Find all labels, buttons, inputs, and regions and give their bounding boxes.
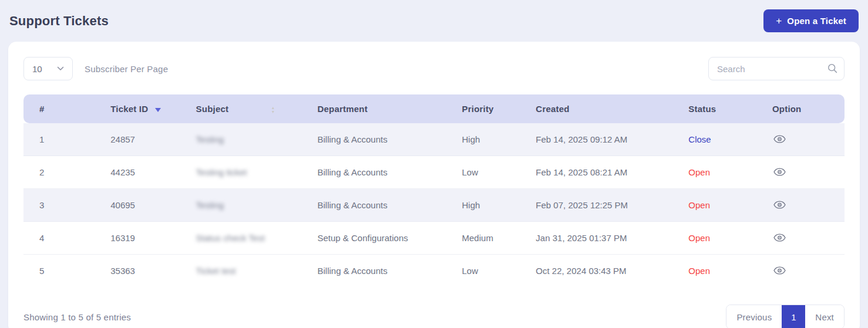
column-label: Priority xyxy=(462,104,494,114)
status-link[interactable]: Close xyxy=(688,134,711,144)
cell-priority: High xyxy=(454,189,528,222)
eye-icon xyxy=(773,266,786,275)
column-header[interactable]: Ticket ID xyxy=(102,94,187,123)
column-header[interactable]: Status xyxy=(680,94,764,123)
open-ticket-button-label: Open a Ticket xyxy=(787,16,846,26)
eye-icon xyxy=(773,168,786,176)
cell-priority: Low xyxy=(454,156,528,189)
table-controls: 10 Subscriber Per Page xyxy=(23,57,845,80)
tickets-card: 10 Subscriber Per Page #Ticket IDSubject… xyxy=(8,42,860,328)
table-row[interactable]: 5 35363 Ticket test Billing & Accounts L… xyxy=(23,255,845,287)
column-header[interactable]: Subject▲▼ xyxy=(188,94,309,123)
table-footer: Showing 1 to 5 of 5 entries Previous 1 N… xyxy=(23,305,845,328)
tickets-table: #Ticket IDSubject▲▼DepartmentPriorityCre… xyxy=(23,94,845,287)
cell-subject: Testing xyxy=(188,189,309,222)
table-row[interactable]: 1 24857 Testing Billing & Accounts High … xyxy=(23,123,845,156)
status-link[interactable]: Open xyxy=(688,167,710,177)
sort-icon-slot xyxy=(148,104,161,114)
column-label: Department xyxy=(317,104,367,114)
search-input[interactable] xyxy=(708,57,845,80)
column-header[interactable]: Created xyxy=(527,94,680,123)
per-page-value: 10 xyxy=(32,64,42,74)
cell-priority: High xyxy=(454,123,528,156)
sort-desc-icon[interactable] xyxy=(155,108,161,112)
cell-index: 4 xyxy=(23,222,102,255)
cell-option xyxy=(764,189,845,222)
cell-created: Oct 22, 2024 03:43 PM xyxy=(527,255,680,287)
open-ticket-button[interactable]: + Open a Ticket xyxy=(763,9,859,32)
cell-option xyxy=(764,255,845,287)
pagination: Previous 1 Next xyxy=(726,305,845,328)
cell-index: 5 xyxy=(23,255,102,287)
cell-subject: Testing xyxy=(188,123,309,156)
eye-icon xyxy=(773,201,786,209)
showing-entries-text: Showing 1 to 5 of 5 entries xyxy=(23,312,131,322)
column-label: Option xyxy=(772,104,802,114)
cell-department: Billing & Accounts xyxy=(309,255,453,287)
column-label: Status xyxy=(688,104,716,114)
chevron-down-icon xyxy=(57,66,64,71)
column-header[interactable]: # xyxy=(23,94,102,123)
cell-created: Feb 07, 2025 12:25 PM xyxy=(527,189,680,222)
cell-priority: Low xyxy=(454,255,528,287)
view-ticket-button[interactable] xyxy=(772,232,787,243)
table-header-row: #Ticket IDSubject▲▼DepartmentPriorityCre… xyxy=(23,94,845,123)
column-label: # xyxy=(39,104,45,114)
cell-status: Open xyxy=(680,255,764,287)
view-ticket-button[interactable] xyxy=(772,134,787,144)
current-page-button[interactable]: 1 xyxy=(782,305,805,328)
cell-index: 1 xyxy=(23,123,102,156)
cell-department: Billing & Accounts xyxy=(309,156,453,189)
page-title: Support Tickets xyxy=(9,13,109,29)
status-link[interactable]: Open xyxy=(688,233,710,243)
cell-created: Feb 14, 2025 08:21 AM xyxy=(527,156,680,189)
column-label: Created xyxy=(536,104,569,114)
topbar: Support Tickets + Open a Ticket xyxy=(9,9,859,32)
cell-index: 3 xyxy=(23,189,102,222)
column-header[interactable]: Priority xyxy=(454,94,528,123)
plus-icon: + xyxy=(776,16,782,26)
cell-ticket-id: 40695 xyxy=(102,189,187,222)
cell-index: 2 xyxy=(23,156,102,189)
next-page-button[interactable]: Next xyxy=(805,305,844,328)
per-page-select[interactable]: 10 xyxy=(23,57,73,80)
table-row[interactable]: 2 44235 Testing ticket Billing & Account… xyxy=(23,156,845,189)
cell-created: Jan 31, 2025 01:37 PM xyxy=(527,222,680,255)
column-header[interactable]: Department xyxy=(309,94,453,123)
cell-department: Billing & Accounts xyxy=(309,123,453,156)
eye-icon xyxy=(773,135,786,143)
cell-ticket-id: 35363 xyxy=(102,255,187,287)
eye-icon xyxy=(773,234,786,242)
view-ticket-button[interactable] xyxy=(772,265,787,276)
cell-subject: Ticket test xyxy=(188,255,309,287)
status-link[interactable]: Open xyxy=(688,266,710,276)
cell-status: Close xyxy=(680,123,764,156)
per-page-label: Subscriber Per Page xyxy=(85,64,168,74)
column-header[interactable]: Option xyxy=(764,94,845,123)
cell-option xyxy=(764,156,845,189)
view-ticket-button[interactable] xyxy=(772,167,787,177)
previous-page-button[interactable]: Previous xyxy=(726,305,782,328)
table-body: 1 24857 Testing Billing & Accounts High … xyxy=(23,123,845,287)
column-label: Subject xyxy=(196,104,229,114)
sort-updown-icon[interactable]: ▲▼ xyxy=(271,106,275,114)
cell-ticket-id: 44235 xyxy=(102,156,187,189)
cell-department: Billing & Accounts xyxy=(309,189,453,222)
cell-subject: Status check Test xyxy=(188,222,309,255)
search-icon[interactable] xyxy=(827,63,837,73)
table-row[interactable]: 4 16319 Status check Test Setup & Config… xyxy=(23,222,845,255)
cell-option xyxy=(764,123,845,156)
cell-ticket-id: 24857 xyxy=(102,123,187,156)
search-container xyxy=(708,57,845,80)
view-ticket-button[interactable] xyxy=(772,199,787,210)
cell-status: Open xyxy=(680,189,764,222)
cell-ticket-id: 16319 xyxy=(102,222,187,255)
status-link[interactable]: Open xyxy=(688,200,710,210)
cell-created: Feb 14, 2025 09:12 AM xyxy=(527,123,680,156)
sort-icon-slot: ▲▼ xyxy=(228,104,275,114)
table-row[interactable]: 3 40695 Testing Billing & Accounts High … xyxy=(23,189,845,222)
cell-subject: Testing ticket xyxy=(188,156,309,189)
cell-status: Open xyxy=(680,156,764,189)
cell-option xyxy=(764,222,845,255)
column-label: Ticket ID xyxy=(110,104,148,114)
